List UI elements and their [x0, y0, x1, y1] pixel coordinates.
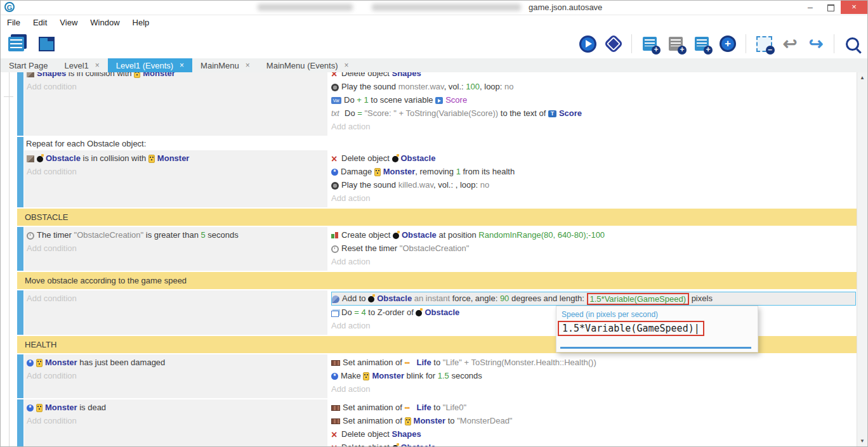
monster-icon: [36, 359, 43, 367]
action-line[interactable]: Damage Monster, removing 1 from its heal…: [331, 165, 857, 178]
vertical-scrollbar[interactable]: ▲ ▼: [857, 72, 867, 446]
add-action-button[interactable]: Add action: [331, 191, 857, 205]
undo-button[interactable]: [780, 34, 800, 54]
action-line[interactable]: Set animation of Life to "Life0": [331, 401, 857, 414]
condition-line[interactable]: Obstacle is in collision with Monster: [27, 152, 324, 165]
text-segment: "ObstacleCreation": [400, 243, 470, 253]
menu-help[interactable]: Help: [131, 18, 151, 27]
scroll-up-icon[interactable]: ▲: [857, 75, 867, 81]
action-line[interactable]: Do = "Score: " + ToString(Variable(Score…: [331, 107, 857, 120]
add-event-button[interactable]: [640, 34, 660, 54]
action-line[interactable]: Play the sound killed.wav, vol.: , loop:…: [331, 178, 857, 191]
debugger-button[interactable]: [603, 34, 624, 54]
action-line[interactable]: Reset the timer "ObstacleCreation": [331, 242, 857, 255]
menu-window[interactable]: Window: [89, 18, 121, 27]
close-icon[interactable]: ×: [95, 58, 100, 73]
action-line[interactable]: Set animation of Life to "Life" + ToStri…: [331, 356, 857, 369]
add-action-button[interactable]: Add action: [331, 255, 857, 268]
text-segment: from its health: [461, 167, 515, 176]
search-button[interactable]: [842, 34, 862, 54]
redo-icon: [809, 34, 824, 54]
action-line[interactable]: Delete object Obstacle: [331, 441, 857, 446]
action-line[interactable]: Create object Obstacle at position Rando…: [331, 228, 857, 242]
action-line[interactable]: Make Monster blink for 1.5 seconds: [331, 369, 857, 382]
action-line[interactable]: Add to Obstacle an instant force, angle:…: [331, 292, 856, 306]
action-line[interactable]: Delete object Obstacle: [331, 152, 857, 165]
text-segment: is greater than: [143, 230, 201, 240]
action-line[interactable]: Delete object Shapes: [331, 72, 857, 80]
text-segment: Do: [344, 95, 357, 105]
maximize-button[interactable]: [820, 1, 841, 14]
action-line[interactable]: Delete object Shapes: [331, 427, 857, 441]
add-condition-button[interactable]: Add condition: [27, 369, 324, 382]
create-icon: [331, 232, 339, 239]
group-header[interactable]: OBSTACLE: [17, 209, 857, 226]
undo-icon: [783, 34, 798, 54]
toolbar-separator: [631, 34, 632, 53]
close-icon[interactable]: ×: [180, 58, 184, 73]
remove-event-button[interactable]: [754, 34, 774, 54]
add-condition-button[interactable]: Add condition: [27, 242, 324, 255]
text-segment: Delete object: [341, 153, 392, 163]
group-label: HEALTH: [25, 340, 56, 349]
text-cursor: |: [694, 323, 700, 334]
text-segment: Obstacle: [401, 153, 436, 163]
event-indent-bar: [17, 227, 23, 271]
action-line[interactable]: Do + 1 to scene variable Score: [331, 93, 857, 107]
condition-line[interactable]: Monster is dead: [27, 401, 324, 414]
event-content: Shapes is in collision with MonsterAdd c…: [24, 72, 857, 136]
add-condition-button[interactable]: Add condition: [27, 292, 324, 305]
action-line[interactable]: Play the sound monster.wav, vol.: 100, l…: [331, 80, 857, 93]
force-icon: [332, 295, 339, 303]
bomb-icon: [368, 296, 374, 302]
add-action-button[interactable]: Add action: [331, 382, 857, 396]
menu-file[interactable]: File: [6, 18, 22, 27]
menu-edit[interactable]: Edit: [32, 18, 48, 27]
scene-window-icon: [39, 37, 55, 51]
tab-level1[interactable]: Level1×: [56, 58, 107, 73]
condition-line[interactable]: Monster has just been damaged: [27, 356, 324, 369]
text-segment: Shapes: [392, 72, 421, 78]
tab-level1-events[interactable]: Level1 (Events)×: [108, 58, 192, 73]
add-condition-button[interactable]: Add condition: [27, 414, 324, 427]
menu-view[interactable]: View: [58, 18, 79, 27]
condition-line[interactable]: Shapes is in collision with Monster: [27, 72, 324, 80]
tab-label: Level1: [64, 58, 88, 73]
close-icon[interactable]: ×: [246, 58, 250, 73]
preview-play-button[interactable]: [577, 34, 598, 54]
close-icon[interactable]: ×: [345, 58, 349, 73]
group-header[interactable]: Move obstacle according to the game spee…: [17, 272, 857, 289]
tab-start-page[interactable]: Start Page: [1, 58, 56, 73]
expression-input[interactable]: 1.5*Variable(GameSpeed)|: [558, 321, 704, 336]
action-line[interactable]: Set animation of Monster to "MonsterDead…: [331, 414, 857, 427]
add-comment-icon: [669, 37, 683, 51]
text-segment: = 4: [354, 308, 365, 317]
event-row: Shapes is in collision with MonsterAdd c…: [17, 72, 857, 136]
tab-mainmenu[interactable]: MainMenu×: [192, 58, 258, 73]
add-special-event-button[interactable]: [718, 34, 738, 54]
events-sheet: Shapes is in collision with MonsterAdd c…: [1, 72, 857, 446]
add-subevent-button[interactable]: [692, 34, 712, 54]
tab-mainmenu-events[interactable]: MainMenu (Events)×: [258, 58, 357, 73]
minimize-button[interactable]: –: [800, 1, 820, 14]
text-segment: "MonsterDead": [457, 416, 512, 425]
sound-icon: [331, 182, 339, 190]
scroll-down-icon[interactable]: ▼: [857, 438, 867, 444]
text-segment: Add action: [331, 257, 370, 266]
text-segment: Set animation of: [343, 358, 405, 367]
redo-button[interactable]: [806, 34, 826, 54]
delete-icon: [331, 72, 339, 79]
scene-window-button[interactable]: [36, 34, 56, 54]
text-segment: "Life" + ToString(Monster.Health::Health…: [443, 358, 596, 367]
text-segment: 1.5*Variable(GameSpeed): [587, 293, 690, 305]
project-documents-button[interactable]: [6, 34, 26, 54]
add-condition-button[interactable]: Add condition: [27, 165, 324, 178]
close-button[interactable]: ×: [841, 1, 867, 14]
condition-line[interactable]: The timer "ObstacleCreation" is greater …: [27, 228, 324, 242]
text-segment: 1.5: [438, 371, 449, 380]
text-segment: to: [431, 358, 443, 367]
add-condition-button[interactable]: Add condition: [27, 80, 324, 93]
repeat-for-each-header[interactable]: Repeat for each Obstacle object:: [24, 137, 857, 150]
add-comment-button[interactable]: [666, 34, 686, 54]
add-action-button[interactable]: Add action: [331, 120, 857, 133]
